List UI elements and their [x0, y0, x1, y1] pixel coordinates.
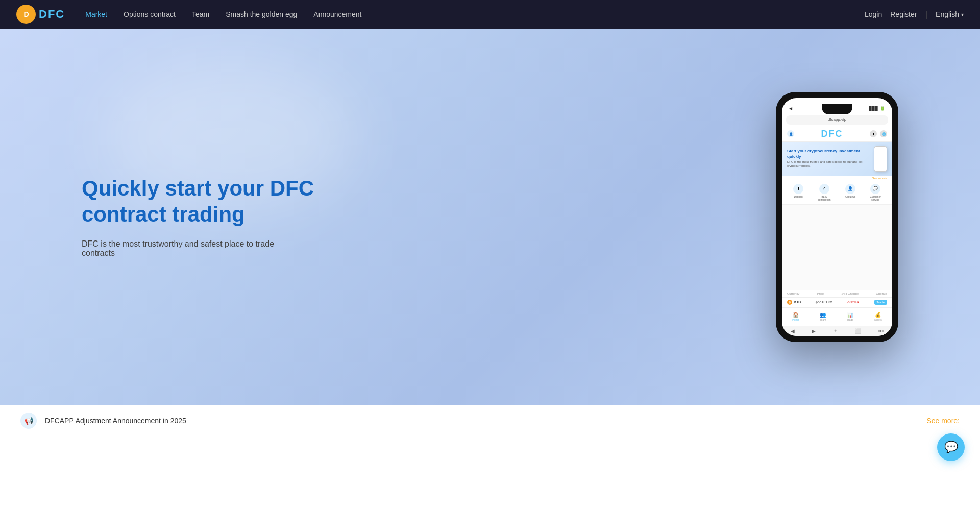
phone-mockup: ◀ ▊▊▊ 🔋 dfcapp.vip 👤 DFC	[776, 92, 898, 342]
team-icon: 👥	[820, 312, 826, 318]
home-icon: 🏠	[793, 312, 799, 318]
phone-banner: Start your cryptocurrency investment qui…	[782, 142, 892, 176]
btc-change: -0.97%▼	[847, 301, 860, 304]
quick-icon-deposit: ⬇ Deposit	[793, 184, 803, 201]
quick-icon-blis: ✓ BLIScertification	[818, 184, 830, 201]
phone-home-indicator	[822, 338, 852, 340]
phone-wifi-icon: ▊▊▊	[869, 106, 878, 111]
phone-banner-subtitle: DFC is the most trusted and safest place…	[787, 160, 872, 168]
phone-quick-icons: ⬇ Deposit ✓ BLIScertification 👤 About Us…	[782, 181, 892, 205]
hero-content: Quickly start your DFC contract trading …	[82, 176, 776, 258]
quick-icon-about: 👤 About Us	[845, 184, 856, 201]
phone-browser-controls: ◀ ▶ ＋ ⬜ •••	[782, 326, 892, 336]
phone-download-icon: ⬇	[870, 130, 877, 137]
quick-icon-customer: 💬 Customerservice	[870, 184, 881, 201]
forward-icon[interactable]: ▶	[812, 328, 816, 334]
nav-options-contract[interactable]: Options contract	[124, 10, 176, 18]
phone-notch	[822, 104, 852, 114]
col-price: Price	[817, 292, 824, 295]
announcement-text: DFCAPP Adjustment Announcement in 2025	[45, 417, 918, 425]
chevron-down-icon: ▾	[961, 12, 964, 17]
nav-market[interactable]: Market	[85, 10, 107, 18]
blis-label: BLIScertification	[818, 195, 830, 201]
hero-section: Quickly start your DFC contract trading …	[0, 29, 980, 405]
phone-nav-team: 👥 Team	[820, 312, 826, 321]
language-selector[interactable]: English ▾	[936, 10, 964, 18]
nav-team[interactable]: Team	[192, 10, 209, 18]
phone-content-spacer	[782, 205, 892, 290]
phone-app-header: 👤 DFC ⬇ 🌐	[782, 127, 892, 142]
navbar: D DFC Market Options contract Team Smash…	[0, 0, 980, 29]
register-link[interactable]: Register	[890, 10, 917, 18]
home-nav-label: Home	[792, 318, 799, 321]
assets-icon: 💰	[875, 312, 881, 318]
hero-subtitle: DFC is the most trustworthy and safest p…	[82, 239, 286, 258]
phone-url-bar: dfcapp.vip	[786, 115, 888, 125]
announcement-see-more[interactable]: See more:	[926, 417, 960, 425]
nav-golden-egg[interactable]: Smash the golden egg	[226, 10, 297, 18]
phone-screen: ◀ ▊▊▊ 🔋 dfcapp.vip 👤 DFC	[782, 98, 892, 336]
about-icon: 👤	[845, 184, 855, 194]
language-label: English	[936, 10, 959, 18]
tab-count-icon[interactable]: ⬜	[855, 328, 861, 334]
btc-icon: ₿	[787, 300, 792, 305]
phone-app-logo: DFC	[821, 129, 843, 139]
phone-market-header: Currency Price 24H Change Operate	[782, 290, 892, 298]
btc-coin: ₿ BTC	[787, 300, 801, 305]
deposit-icon: ⬇	[793, 184, 803, 194]
customer-label: Customerservice	[870, 195, 881, 201]
phone-globe-icon: 🌐	[880, 130, 887, 137]
logo[interactable]: D DFC	[16, 5, 65, 24]
phone-user-icon: 👤	[787, 130, 794, 137]
announcement-bar: 📢 DFCAPP Adjustment Announcement in 2025…	[0, 405, 980, 436]
trade-nav-label: Trade	[847, 318, 853, 321]
login-link[interactable]: Login	[865, 10, 882, 18]
trade-icon: 📊	[847, 312, 853, 318]
deposit-label: Deposit	[794, 195, 803, 198]
phone-bottom-nav: 🏠 Home 👥 Team 📊 Trade 💰 Assets	[782, 307, 892, 326]
customer-icon: 💬	[870, 184, 880, 194]
phone-market-row-btc: ₿ BTC $66131.35 -0.97%▼ Trade	[782, 298, 892, 307]
col-currency: Currency	[787, 292, 799, 295]
btc-price: $66131.35	[816, 300, 832, 304]
nav-divider: |	[925, 9, 927, 20]
col-operate: Operate	[876, 292, 887, 295]
assets-nav-label: Assets	[874, 318, 882, 321]
phone-url-text: dfcapp.vip	[828, 117, 846, 122]
btc-trade-button[interactable]: Trade	[874, 300, 887, 305]
phone-nav-home: 🏠 Home	[792, 312, 799, 321]
nav-right: Login Register | English ▾	[865, 9, 964, 20]
btc-label: BTC	[794, 300, 801, 304]
add-tab-icon[interactable]: ＋	[833, 327, 838, 334]
blis-icon: ✓	[819, 184, 829, 194]
hero-title: Quickly start your DFC contract trading	[82, 176, 388, 227]
phone-nav-assets: 💰 Assets	[874, 312, 882, 321]
col-change: 24H Change	[841, 292, 859, 295]
announcement-icon: 📢	[20, 413, 37, 429]
back-icon[interactable]: ◀	[791, 328, 795, 334]
about-label: About Us	[845, 195, 856, 198]
phone-mini-phone-image	[874, 146, 887, 172]
phone-header-icons: ⬇ 🌐	[870, 130, 887, 137]
nav-announcement[interactable]: Announcement	[313, 10, 361, 18]
phone-see-more: See more>	[782, 176, 892, 181]
nav-links: Market Options contract Team Smash the g…	[85, 10, 865, 18]
logo-text: DFC	[39, 8, 65, 21]
logo-icon: D	[16, 5, 36, 24]
phone-signal: ◀	[789, 106, 792, 111]
phone-nav-trade: 📊 Trade	[847, 312, 853, 321]
phone-banner-title: Start your cryptocurrency investment qui…	[787, 149, 872, 159]
more-icon[interactable]: •••	[878, 328, 884, 334]
phone-banner-text: Start your cryptocurrency investment qui…	[787, 149, 872, 168]
team-nav-label: Team	[820, 318, 826, 321]
phone-battery-icon: 🔋	[880, 106, 885, 111]
hero-phone: ◀ ▊▊▊ 🔋 dfcapp.vip 👤 DFC	[776, 92, 898, 342]
